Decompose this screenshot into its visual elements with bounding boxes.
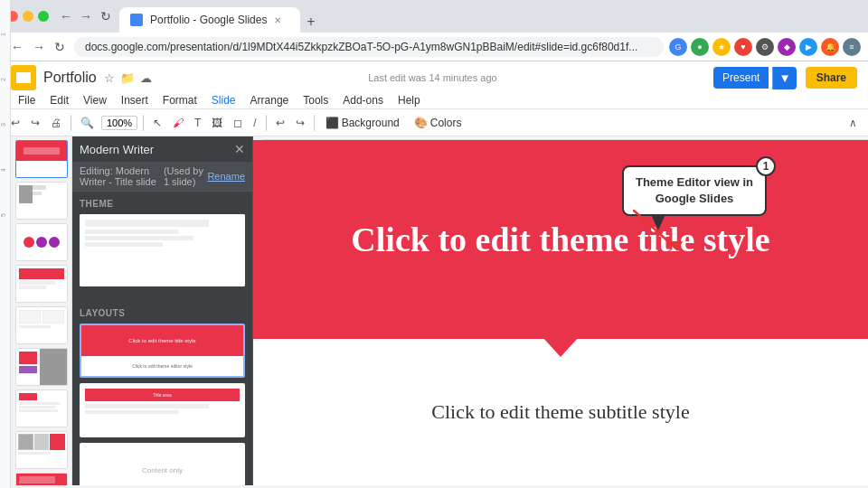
annotation-balloon: 1 Theme Editor view in Google Slides <box>622 165 767 216</box>
slides-panel: 1 2 3 <box>0 136 72 485</box>
slide-thumb-8[interactable]: 8 <box>4 431 68 469</box>
menu-format[interactable]: Format <box>156 92 204 108</box>
toolbar-paint-button[interactable]: 🖌 <box>169 115 187 131</box>
svg-text:5: 5 <box>0 213 6 217</box>
slide-thumb-5[interactable]: 5 <box>4 306 68 344</box>
slide-thumb-7[interactable]: 7 <box>4 389 68 427</box>
slide-preview-8[interactable] <box>15 431 68 469</box>
slide-preview-2[interactable] <box>15 182 68 220</box>
toolbar-cursor-button[interactable]: ↖ <box>149 115 165 131</box>
browser-icon-8[interactable]: 🔔 <box>821 38 839 56</box>
toolbar-shape-button[interactable]: ◻ <box>230 115 246 131</box>
present-dropdown-button[interactable]: ▼ <box>772 67 796 89</box>
editing-bar: Editing: Modern Writer - Title slide (Us… <box>72 162 252 192</box>
browser-icon-3[interactable]: ★ <box>712 38 731 56</box>
minimize-window-button[interactable] <box>23 11 33 22</box>
rename-button[interactable]: Rename <box>207 171 245 182</box>
svg-text:4: 4 <box>0 168 6 172</box>
slide-preview-3[interactable] <box>15 223 68 261</box>
slide-bottom-section: Click to edit theme subtitle style <box>253 339 868 485</box>
theme-editor-panel: Modern Writer ✕ Editing: Modern Writer -… <box>72 136 253 485</box>
slide-preview-4[interactable] <box>15 265 68 303</box>
address-nav: ← → ↻ <box>7 38 69 56</box>
tab-close-button[interactable]: ✕ <box>274 15 281 25</box>
browser-icon-9[interactable]: ≡ <box>843 38 861 56</box>
browser-icon-1[interactable]: G <box>669 38 687 56</box>
toolbar-text-button[interactable]: T <box>191 115 204 131</box>
cloud-icon[interactable]: ☁ <box>140 71 152 85</box>
share-button[interactable]: Share <box>806 67 857 89</box>
background-button[interactable]: ⬛ Background <box>320 115 405 131</box>
svg-rect-1 <box>16 72 31 83</box>
browser-icon-5[interactable]: ⚙ <box>756 38 774 56</box>
refresh-button[interactable]: ↻ <box>98 8 114 24</box>
toolbar-forward-button[interactable]: ↪ <box>292 115 308 131</box>
toolbar-back-button[interactable]: ↩ <box>272 115 288 131</box>
folder-icon[interactable]: 📁 <box>120 71 135 85</box>
toolbar-redo-button[interactable]: ↪ <box>27 115 43 131</box>
svg-text:2: 2 <box>0 78 6 81</box>
used-label: (Used by 1 slide) <box>164 165 204 187</box>
toolbar-line-button[interactable]: / <box>250 115 259 131</box>
slide-thumb-1[interactable]: 1 <box>4 140 68 178</box>
layout-thumb-3[interactable]: Content only <box>80 443 245 485</box>
star-icon[interactable]: ☆ <box>104 71 115 85</box>
background-icon: ⬛ <box>326 117 339 129</box>
slide-preview-5[interactable] <box>15 306 68 344</box>
menu-edit[interactable]: Edit <box>42 92 76 108</box>
theme-section-label: THEME <box>80 199 245 209</box>
menu-insert[interactable]: Insert <box>114 92 156 108</box>
slide-thumb-9[interactable]: 9 <box>4 473 68 485</box>
slide-thumb-4[interactable]: 4 <box>4 265 68 303</box>
active-tab[interactable]: Portfolio - Google Slides ✕ <box>119 7 300 33</box>
addr-refresh-button[interactable]: ↻ <box>51 38 69 56</box>
slide-thumb-2[interactable]: 2 <box>4 182 68 220</box>
menu-tools[interactable]: Tools <box>296 92 335 108</box>
slide-preview-9[interactable] <box>15 473 68 485</box>
theme-slide-thumbnail[interactable] <box>80 214 245 286</box>
slide-preview-7[interactable] <box>15 389 68 427</box>
toolbar-chevron-up-button[interactable]: ∧ <box>845 115 861 131</box>
slide-subtitle[interactable]: Click to edit theme subtitle style <box>431 400 689 424</box>
forward-button[interactable]: → <box>78 8 94 24</box>
colors-button[interactable]: 🎨 Colors <box>409 115 467 131</box>
app-header: Portfolio ☆ 📁 ☁ Last edit was 14 minutes… <box>0 61 868 109</box>
browser-icons: G ● ★ ♥ ⚙ ◆ ▶ 🔔 ≡ <box>669 38 861 56</box>
slide-thumb-3[interactable]: 3 <box>4 223 68 261</box>
theme-header: Modern Writer ✕ <box>72 136 252 162</box>
toolbar-separator-2 <box>143 115 144 131</box>
browser-icon-2[interactable]: ● <box>691 38 709 56</box>
slide-preview-1[interactable] <box>15 140 68 178</box>
menu-help[interactable]: Help <box>391 92 428 108</box>
slides-icon <box>11 65 36 90</box>
toolbar-image-button[interactable]: 🖼 <box>208 115 226 131</box>
layout-thumb-2[interactable]: Title area <box>80 383 245 437</box>
addr-forward-button[interactable]: → <box>29 38 49 56</box>
menu-slide[interactable]: Slide <box>204 92 243 108</box>
present-button[interactable]: Present <box>713 67 769 89</box>
nav-buttons: ← → ↻ <box>58 8 114 24</box>
theme-title: Modern Writer <box>80 143 154 156</box>
browser-icon-6[interactable]: ◆ <box>778 38 796 56</box>
slide-thumb-6[interactable]: 6 <box>4 348 68 386</box>
browser-icon-4[interactable]: ♥ <box>734 38 752 56</box>
back-button[interactable]: ← <box>58 8 74 24</box>
menu-addons[interactable]: Add-ons <box>335 92 391 108</box>
menu-view[interactable]: View <box>76 92 114 108</box>
new-tab-button[interactable]: + <box>300 11 322 33</box>
zoom-input[interactable] <box>101 116 137 130</box>
toolbar-print-button[interactable]: 🖨 <box>47 115 65 131</box>
menu-bar: File Edit View Insert Format Slide Arran… <box>11 92 857 108</box>
browser-icon-7[interactable]: ▶ <box>799 38 817 56</box>
maximize-window-button[interactable] <box>38 11 49 22</box>
layout-thumb-1[interactable]: Click to edit theme title style Click to… <box>80 324 245 378</box>
editing-label: Editing: Modern Writer - Title slide <box>80 165 160 187</box>
address-input[interactable] <box>74 37 664 57</box>
menu-file[interactable]: File <box>11 92 42 108</box>
toolbar: ↩ ↪ 🖨 🔍 ↖ 🖌 T 🖼 ◻ / ↩ ↪ ⬛ Background 🎨 C… <box>0 109 868 136</box>
slide-canvas[interactable]: Click to edit theme title style Click to… <box>253 140 868 485</box>
theme-close-button[interactable]: ✕ <box>234 142 245 156</box>
menu-arrange[interactable]: Arrange <box>243 92 297 108</box>
slide-preview-6[interactable] <box>15 348 68 386</box>
toolbar-zoom-button[interactable]: 🔍 <box>77 115 98 131</box>
